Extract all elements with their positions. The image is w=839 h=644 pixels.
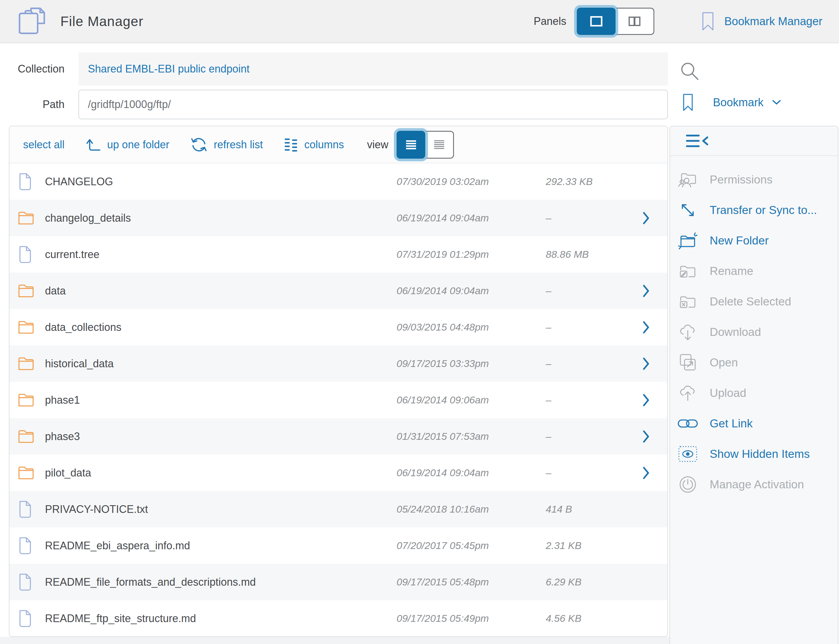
- file-row[interactable]: README_file_formats_and_descriptions.md …: [10, 564, 667, 600]
- open-folder-chevron-icon[interactable]: [643, 358, 650, 370]
- delete-icon: [677, 292, 698, 311]
- file-name: PRIVACY-NOTICE.txt: [45, 503, 148, 516]
- open-folder-chevron-icon[interactable]: [643, 394, 650, 406]
- file-name: current.tree: [45, 248, 99, 261]
- open-icon: [677, 353, 698, 372]
- file-row[interactable]: PRIVACY-NOTICE.txt 05/24/2018 10:16am 41…: [10, 491, 667, 527]
- file-date: 06/19/2014 09:04am: [397, 212, 489, 224]
- refresh-list-button[interactable]: refresh list: [190, 136, 263, 153]
- open-folder-chevron-icon[interactable]: [643, 285, 650, 297]
- file-icon: [18, 501, 34, 518]
- file-row[interactable]: phase1 06/19/2014 09:06am –: [10, 382, 667, 418]
- get-link-icon: [677, 414, 698, 433]
- file-size: 88.86 MB: [546, 249, 589, 260]
- chevron-down-icon: [772, 99, 781, 105]
- new-folder-icon: [677, 231, 698, 250]
- file-row[interactable]: historical_data 09/17/2015 03:33pm –: [10, 345, 667, 382]
- file-size: –: [546, 467, 551, 478]
- bookmark-ribbon-icon: [702, 12, 714, 31]
- file-name: historical_data: [45, 358, 113, 370]
- file-date: 09/17/2015 05:49pm: [397, 613, 489, 624]
- select-all-button[interactable]: select all: [23, 138, 64, 151]
- file-size: –: [546, 430, 551, 442]
- manage-activation-icon: [677, 475, 698, 494]
- open-folder-chevron-icon[interactable]: [643, 467, 650, 479]
- sidebar-header: [670, 127, 838, 156]
- open-folder-chevron-icon[interactable]: [643, 321, 650, 334]
- file-row[interactable]: pilot_data 06/19/2014 09:04am –: [10, 455, 667, 491]
- bookmark-label: Bookmark: [713, 96, 763, 109]
- file-size: 2.31 KB: [546, 540, 581, 551]
- search-icon[interactable]: [680, 61, 700, 82]
- file-row[interactable]: CHANGELOG 07/30/2019 03:02am 292.33 KB: [10, 163, 667, 200]
- sidebar-action-new-folder[interactable]: New Folder: [670, 225, 838, 256]
- sidebar-action-get-link[interactable]: Get Link: [670, 408, 838, 439]
- up-one-folder-icon: [86, 138, 101, 152]
- columns-button[interactable]: columns: [284, 138, 344, 152]
- file-name: changelog_details: [45, 212, 131, 224]
- file-icon: [18, 173, 34, 191]
- list-view-button[interactable]: [397, 131, 425, 159]
- file-date: 07/30/2019 03:02am: [397, 176, 489, 187]
- download-icon: [677, 322, 698, 342]
- file-size: –: [546, 321, 551, 333]
- path-input[interactable]: /gridftp/1000g/ftp/: [79, 90, 668, 119]
- file-size: 4.56 KB: [546, 613, 581, 624]
- file-date: 05/24/2018 10:16am: [397, 503, 489, 515]
- sidebar-actions: Permissions Transfer or Sync to... New F…: [670, 156, 838, 499]
- panels-toggle: [577, 8, 654, 35]
- file-name: CHANGELOG: [45, 176, 113, 188]
- file-date: 07/20/2017 05:45pm: [397, 540, 489, 551]
- file-name: phase3: [45, 430, 80, 443]
- file-size: –: [546, 285, 551, 297]
- file-date: 09/17/2015 03:33pm: [397, 358, 489, 370]
- bookmark-button[interactable]: Bookmark: [683, 94, 781, 111]
- refresh-icon: [190, 136, 207, 153]
- file-date: 09/17/2015 05:48pm: [397, 576, 489, 588]
- up-one-folder-button[interactable]: up one folder: [86, 138, 169, 152]
- sidebar-action-show-hidden-items[interactable]: Show Hidden Items: [670, 439, 838, 469]
- sidebar-action-label: New Folder: [710, 234, 768, 247]
- file-row[interactable]: changelog_details 06/19/2014 09:04am –: [10, 200, 667, 236]
- file-list-panel: select all up one folder refresh list: [9, 126, 668, 637]
- compact-view-button[interactable]: [425, 131, 454, 159]
- upload-icon: [677, 383, 698, 403]
- file-row[interactable]: data_collections 09/03/2015 04:48pm –: [10, 309, 667, 345]
- file-row[interactable]: data 06/19/2014 09:04am –: [10, 273, 667, 309]
- dual-panel-button[interactable]: [616, 8, 654, 35]
- file-row[interactable]: README_ftp_site_structure.md 09/17/2015 …: [10, 600, 667, 637]
- sidebar-action-label: Download: [710, 325, 761, 338]
- permissions-icon: [677, 170, 698, 189]
- file-size: –: [546, 358, 551, 370]
- file-name: README_ftp_site_structure.md: [45, 612, 196, 625]
- file-size: 414 B: [546, 503, 572, 515]
- sidebar-action-label: Open: [710, 356, 738, 369]
- file-row[interactable]: README_ebi_aspera_info.md 07/20/2017 05:…: [10, 527, 667, 564]
- file-row[interactable]: current.tree 07/31/2019 01:29pm 88.86 MB: [10, 236, 667, 273]
- columns-icon: [284, 138, 298, 152]
- single-panel-icon: [590, 16, 603, 27]
- view-toggle: [397, 131, 454, 159]
- open-folder-chevron-icon[interactable]: [643, 212, 650, 224]
- collapse-sidebar-icon[interactable]: [686, 134, 710, 148]
- sidebar-action-label: Manage Activation: [710, 478, 804, 491]
- sidebar-action-label: Permissions: [710, 173, 772, 186]
- file-row[interactable]: phase3 01/31/2015 07:53am –: [10, 418, 667, 455]
- sidebar-action-transfer-or-sync-to[interactable]: Transfer or Sync to...: [670, 195, 838, 225]
- sidebar-action-open: Open: [670, 347, 838, 378]
- single-panel-button[interactable]: [577, 8, 616, 35]
- file-name: data_collections: [45, 321, 121, 334]
- file-size: –: [546, 394, 551, 406]
- collection-field[interactable]: Shared EMBL-EBI public endpoint: [79, 53, 668, 85]
- folder-icon: [18, 391, 34, 409]
- dual-panel-icon: [628, 16, 641, 26]
- sidebar-action-rename: Rename: [670, 256, 838, 286]
- show-hidden-icon: [677, 444, 698, 464]
- sidebar-action-delete-selected: Delete Selected: [670, 286, 838, 317]
- file-icon: [18, 573, 34, 591]
- sidebar-action-upload: Upload: [670, 378, 838, 408]
- file-icon: [18, 246, 34, 263]
- actions-sidebar: Permissions Transfer or Sync to... New F…: [670, 126, 838, 644]
- bookmark-manager-link[interactable]: Bookmark Manager: [702, 12, 823, 31]
- open-folder-chevron-icon[interactable]: [643, 430, 650, 443]
